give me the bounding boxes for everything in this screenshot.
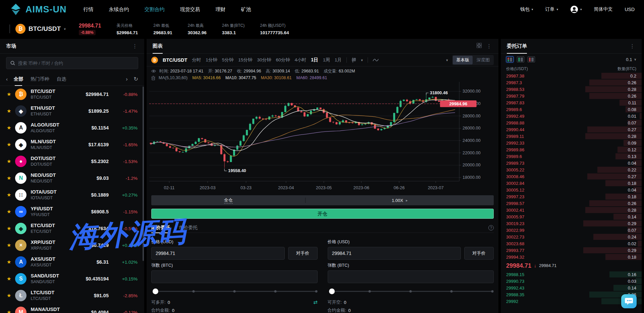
favorite-star-icon[interactable]: ★ <box>7 242 11 248</box>
short-price-input[interactable] <box>328 247 461 260</box>
market-tab[interactable]: 热门币种 <box>31 72 49 86</box>
market-row[interactable]: ★∷IOTA/USDTIOTA/USDT$0.1889+0.27% <box>0 187 144 203</box>
market-row[interactable]: ★₿BTC/USDTBTC/USDT$29984.71-0.88% <box>0 86 144 103</box>
orderbook-view-asks-icon[interactable] <box>528 56 535 62</box>
chevron-left-icon[interactable]: ‹ <box>6 76 8 82</box>
bid-row[interactable]: 29988.350.26 <box>501 291 642 298</box>
favorite-star-icon[interactable]: ★ <box>7 158 11 164</box>
long-amount-slider[interactable] <box>153 287 316 296</box>
help-icon[interactable]: ? <box>488 225 494 230</box>
scrollbar[interactable] <box>143 87 144 261</box>
market-row[interactable]: ★◆ETH/USDTETH/USDT$1899.25-1.47% <box>0 103 144 119</box>
short-amount-input[interactable] <box>328 270 494 283</box>
slider-dot[interactable] <box>192 290 195 293</box>
swap-icon[interactable]: ⇄ <box>313 299 318 305</box>
language-select[interactable]: 简体中文 <box>594 6 612 12</box>
favorite-star-icon[interactable]: ★ <box>7 293 11 299</box>
timeframe-option[interactable]: 1周 <box>323 57 330 63</box>
ask-row[interactable]: 29990.440.27 <box>501 126 642 133</box>
bid-row[interactable]: 29988.150.16 <box>501 271 642 278</box>
counterparty-price-button[interactable]: 对手价 <box>288 247 318 260</box>
market-tab[interactable]: 全部 <box>14 72 23 86</box>
favorite-star-icon[interactable]: ★ <box>7 125 11 131</box>
market-row[interactable]: ★●DOT/USDTDOT/USDT$5.2302-1.53% <box>0 153 144 170</box>
precision-dropdown[interactable]: 0.1 ∨ <box>626 57 636 62</box>
account-menu[interactable]: ▾ <box>570 5 582 13</box>
bid-row[interactable]: 29990.730.03 <box>501 278 642 284</box>
kebab-menu-icon[interactable]: ⋮ <box>132 43 138 49</box>
short-amount-slider[interactable] <box>329 287 493 296</box>
ask-row[interactable]: 29989.60.08 <box>501 106 642 113</box>
chevron-down-icon[interactable]: ∨ <box>361 58 363 62</box>
market-row[interactable]: ★◆ETC/USDTETC/USDT$18.7634-0.57% <box>0 220 144 237</box>
timeframe-option[interactable]: 15分钟 <box>238 57 252 63</box>
chart-view-tab[interactable]: 深度图 <box>473 56 493 64</box>
slider-dot[interactable] <box>315 290 317 293</box>
slider-dot[interactable] <box>274 290 276 293</box>
nav-menu-item[interactable]: 矿池 <box>241 6 251 13</box>
slider-dot[interactable] <box>369 290 371 293</box>
tab-market-order[interactable]: 市价委托 <box>179 223 198 233</box>
indicator-line-icon[interactable] <box>373 58 379 62</box>
pair-selector[interactable]: ₿ BTC/USDT ∨ <box>15 24 66 34</box>
chat-support-button[interactable] <box>621 294 637 308</box>
ask-row[interactable]: 30005.220.22 <box>501 166 642 173</box>
favorite-star-icon[interactable]: ★ <box>7 175 11 181</box>
ask-row[interactable]: 29989.60.13 <box>501 153 642 160</box>
timeframe-option[interactable]: 60分钟 <box>276 57 290 63</box>
leverage-button[interactable]: 1.00X ▸ <box>306 198 494 203</box>
ask-row[interactable]: 30008.460.27 <box>501 173 642 180</box>
orderbook-view-both-icon[interactable] <box>506 56 514 62</box>
market-row[interactable]: ★◈MLN/USDTMLN/USDT$17.6139-1.65% <box>0 136 144 153</box>
favorite-star-icon[interactable]: ★ <box>7 192 11 198</box>
orderbook-view-bids-icon[interactable] <box>517 56 524 62</box>
market-search-input[interactable] <box>18 61 134 66</box>
refresh-icon[interactable]: ↻ <box>134 76 138 82</box>
favorite-star-icon[interactable]: ★ <box>7 91 11 97</box>
chevron-down-icon[interactable]: ∨ <box>446 58 448 62</box>
orders-menu[interactable]: 订单▾ <box>545 6 558 12</box>
bid-row[interactable]: 29992.430.14 <box>501 284 642 291</box>
eye-icon[interactable] <box>151 69 156 73</box>
candlestick-chart[interactable]: 32000.0030000.0028000.0026000.0024000.00… <box>147 82 498 193</box>
market-row[interactable]: ★∞YFI/USDTYFI/USDT$6908.5-1.15% <box>0 203 144 220</box>
nav-menu-item[interactable]: 理财 <box>216 6 226 13</box>
ask-row[interactable]: 29997.230.18 <box>501 193 642 200</box>
market-row[interactable]: ★SSAND/USDTSAND/USDT$0.435194+0.15% <box>0 270 144 287</box>
favorite-star-icon[interactable]: ★ <box>7 225 11 231</box>
margin-mode-button[interactable]: 全仓 <box>151 197 305 203</box>
margin-leverage-bar[interactable]: 全仓 1.00X ▸ <box>151 195 494 205</box>
favorite-star-icon[interactable]: ★ <box>7 209 11 215</box>
ask-row[interactable]: 29992.330.09 <box>501 140 642 146</box>
long-price-input[interactable] <box>151 247 285 260</box>
slider-thumb[interactable] <box>329 289 335 294</box>
ask-row[interactable]: 30022.990.07 <box>501 227 642 233</box>
ask-row[interactable]: 29987.30.26 <box>501 79 642 86</box>
ask-row[interactable]: 29994.320.18 <box>501 254 642 260</box>
favorite-star-icon[interactable]: ★ <box>7 276 11 282</box>
ask-row[interactable]: 29989.860.12 <box>501 146 642 153</box>
ask-row[interactable]: 29989.110.28 <box>501 133 642 140</box>
market-row[interactable]: ★×XRP/USDTXRP/USDT$0.7429+0.19% <box>0 237 144 254</box>
timeframe-option[interactable]: 30分钟 <box>257 57 271 63</box>
wallet-menu[interactable]: 钱包▾ <box>520 6 533 12</box>
nav-menu-item[interactable]: 行情 <box>84 6 94 13</box>
candlestick-style-icon[interactable] <box>352 57 356 63</box>
slider-thumb[interactable] <box>153 289 158 294</box>
market-row[interactable]: ★ŁLTC/USDTLTC/USDT$91.05-2.85% <box>0 287 144 304</box>
chart-view-tab[interactable]: 基本版 <box>453 56 473 64</box>
nav-menu-item[interactable]: 现货交易 <box>180 6 200 13</box>
favorite-star-icon[interactable]: ★ <box>7 309 11 313</box>
ask-row[interactable]: 29988.530.28 <box>501 86 642 93</box>
ask-row[interactable]: 29992.490.01 <box>501 113 642 119</box>
chevron-right-icon[interactable]: › <box>126 76 127 82</box>
ask-row[interactable]: 30002.410.28 <box>501 207 642 213</box>
favorite-star-icon[interactable]: ★ <box>7 108 11 114</box>
ask-row[interactable]: 30022.730.24 <box>501 233 642 240</box>
slider-dot[interactable] <box>410 290 412 293</box>
slider-dot[interactable] <box>450 290 453 293</box>
kebab-menu-icon[interactable]: ⋮ <box>486 43 492 49</box>
slider-dot[interactable] <box>233 290 235 293</box>
counterparty-price-button[interactable]: 对手价 <box>464 247 494 260</box>
favorite-star-icon[interactable]: ★ <box>7 142 11 148</box>
